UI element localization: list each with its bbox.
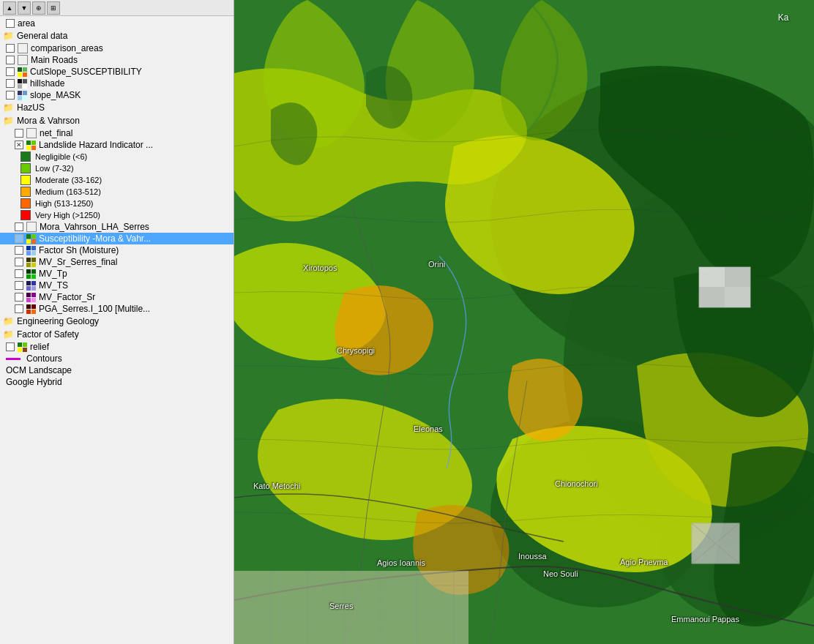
layer-label-mv-sr-serres: MV_Sr_Serres_final — [39, 257, 117, 267]
layer-group-hazus[interactable]: 📁 HazUS — [0, 101, 234, 114]
layer-toolbar: ▲ ▼ ⊕ ⊞ — [0, 0, 234, 16]
layer-group-general-data[interactable]: 📁 General data — [0, 29, 234, 42]
checkbox-mv-tp[interactable] — [15, 269, 23, 278]
layer-label-hazus: HazUS — [17, 102, 45, 113]
toolbar-btn-3[interactable]: ⊕ — [32, 1, 45, 15]
legend-color-high — [20, 198, 31, 209]
legend-label-negligible: Negligible (<6) — [35, 152, 87, 161]
layer-label-factor-safety: Factor of Safety — [17, 329, 79, 340]
swatch-factor-sh — [26, 246, 36, 255]
layer-label-relief: relief — [30, 342, 49, 352]
map-area[interactable]: Ka Xirotopos Orini Chrysopigi Eleonas Ka… — [234, 0, 814, 644]
swatch-net-final — [26, 128, 37, 138]
layer-label-susceptibility: Susceptibility -Mora & Vahr... — [39, 233, 151, 244]
folder-icon-factor-safety: 📁 — [3, 329, 14, 340]
swatch-hillshade — [18, 79, 27, 89]
layer-label-net-final: net_final — [40, 128, 72, 138]
checkbox-comparison-areas[interactable] — [6, 44, 15, 53]
layer-item-mv-ts[interactable]: MV_TS — [0, 280, 234, 291]
legend-medium: Medium (163-512) — [0, 186, 234, 198]
swatch-main-roads — [18, 55, 28, 65]
layer-item-google-hybrid[interactable]: Google Hybrid — [0, 376, 234, 388]
swatch-slope-mask — [18, 91, 27, 100]
checkbox-factor-sh[interactable] — [15, 246, 23, 255]
toolbar-btn-1[interactable]: ▲ — [3, 1, 16, 15]
legend-color-medium — [20, 187, 31, 197]
swatch-landslide-hazard — [26, 141, 36, 150]
layer-item-contours[interactable]: Contours — [0, 353, 234, 364]
layer-label-area: area — [18, 18, 35, 29]
layer-item-net-final[interactable]: net_final — [0, 127, 234, 139]
layer-item-cutslope[interactable]: CutSlope_SUSCEPTIBILITY — [0, 66, 234, 78]
folder-icon-mora-vahrson: 📁 — [3, 116, 14, 126]
layer-label-engineering-geo: Engineering Geology — [17, 316, 99, 326]
swatch-mv-sr-serres — [26, 258, 36, 267]
checkbox-mv-factor-sr[interactable] — [15, 293, 23, 302]
checkbox-area[interactable] — [6, 19, 15, 28]
legend-very-high: Very High (>1250) — [0, 209, 234, 221]
checkbox-mv-sr-serres[interactable] — [15, 258, 23, 266]
swatch-mv-tp — [26, 269, 36, 279]
layer-group-factor-safety[interactable]: 📁 Factor of Safety — [0, 328, 234, 341]
layer-item-relief[interactable]: relief — [0, 341, 234, 353]
checkbox-pga-serres[interactable] — [15, 304, 23, 313]
layer-label-google-hybrid: Google Hybrid — [6, 377, 62, 387]
layer-item-susceptibility[interactable]: Susceptibility -Mora & Vahr... — [0, 233, 234, 244]
swatch-comparison-areas — [18, 43, 28, 53]
checkbox-hillshade[interactable] — [6, 79, 15, 88]
legend-moderate: Moderate (33-162) — [0, 174, 234, 186]
legend-low: Low (7-32) — [0, 162, 234, 174]
layer-item-mv-sr-serres[interactable]: MV_Sr_Serres_final — [0, 256, 234, 268]
layer-panel: ▲ ▼ ⊕ ⊞ area 📁 General data comparison_a… — [0, 0, 234, 644]
swatch-contours — [6, 358, 20, 360]
layer-item-area[interactable]: area — [0, 18, 234, 29]
legend-negligible: Negligible (<6) — [0, 151, 234, 162]
legend-color-moderate — [20, 175, 31, 185]
map-svg: Ka — [234, 0, 814, 644]
checkbox-main-roads[interactable] — [6, 56, 15, 64]
layer-item-landslide-hazard[interactable]: ✕ Landslide Hazard Indicator ... — [0, 139, 234, 151]
layer-item-main-roads[interactable]: Main Roads — [0, 54, 234, 66]
checkbox-susceptibility[interactable] — [15, 234, 23, 243]
layer-label-hillshade: hillshade — [30, 78, 64, 89]
layer-group-mora-vahrson[interactable]: 📁 Mora & Vahrson — [0, 114, 234, 127]
layer-list: area 📁 General data comparison_areas Mai… — [0, 16, 234, 389]
swatch-susceptibility — [26, 234, 36, 244]
legend-label-medium: Medium (163-512) — [35, 187, 101, 196]
checkbox-net-final[interactable] — [15, 129, 23, 138]
checkbox-landslide-hazard[interactable]: ✕ — [15, 141, 23, 149]
layer-label-slope-mask: slope_MASK — [30, 90, 81, 100]
layer-item-factor-sh[interactable]: Factor Sh (Moisture) — [0, 244, 234, 256]
legend-high: High (513-1250) — [0, 198, 234, 209]
swatch-pga-serres — [26, 304, 36, 314]
toolbar-btn-2[interactable]: ▼ — [18, 1, 31, 15]
checkbox-cutslope[interactable] — [6, 67, 15, 76]
swatch-mv-ts — [26, 281, 36, 291]
layer-group-engineering-geo[interactable]: 📁 Engineering Geology — [0, 315, 234, 328]
layer-item-comparison-areas[interactable]: comparison_areas — [0, 42, 234, 54]
swatch-cutslope — [18, 67, 27, 77]
layer-item-mv-tp[interactable]: MV_Tp — [0, 268, 234, 280]
layer-label-landslide-hazard: Landslide Hazard Indicator ... — [39, 140, 153, 150]
checkbox-mv-ts[interactable] — [15, 281, 23, 290]
checkbox-slope-mask[interactable] — [6, 91, 15, 100]
toolbar-btn-4[interactable]: ⊞ — [47, 1, 60, 15]
folder-icon-engineering-geo: 📁 — [3, 316, 14, 326]
layer-item-pga-serres[interactable]: PGA_Serres.I_100 [Multile... — [0, 303, 234, 315]
layer-label-general-data: General data — [17, 31, 67, 41]
layer-item-mv-factor-sr[interactable]: MV_Factor_Sr — [0, 291, 234, 303]
checkbox-mora-vahrson-lha[interactable] — [15, 222, 23, 231]
svg-rect-7 — [699, 267, 725, 287]
layer-item-slope-mask[interactable]: slope_MASK — [0, 89, 234, 101]
layer-label-comparison-areas: comparison_areas — [31, 43, 103, 53]
layer-item-hillshade[interactable]: hillshade — [0, 78, 234, 89]
svg-rect-5 — [234, 571, 468, 644]
layer-item-ocm-landscape[interactable]: OCM Landscape — [0, 364, 234, 376]
svg-rect-10 — [725, 287, 750, 307]
checkbox-relief[interactable] — [6, 342, 15, 351]
layer-label-factor-sh: Factor Sh (Moisture) — [39, 245, 119, 255]
layer-item-mora-vahrson-lha[interactable]: Mora_Vahrson_LHA_Serres — [0, 221, 234, 233]
legend-label-moderate: Moderate (33-162) — [35, 176, 102, 184]
layer-label-mv-factor-sr: MV_Factor_Sr — [39, 292, 95, 302]
folder-icon-general: 📁 — [3, 31, 14, 41]
